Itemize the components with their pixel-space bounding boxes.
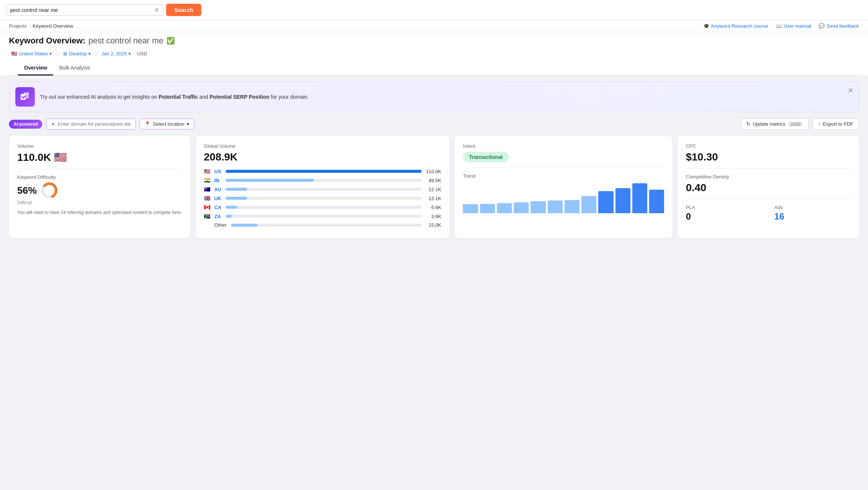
trend-bar (565, 200, 580, 213)
country-bar-bg (226, 215, 422, 218)
user-manual-link[interactable]: 📖 User manual (776, 23, 812, 29)
intent-trend-card: Intent Transactional Trend (455, 136, 672, 238)
keyword-course-label: Keyword Research course (711, 23, 768, 29)
intent-badge-wrap: Transactional (463, 152, 664, 162)
search-bar: ✕ Search (0, 0, 868, 20)
country-bar-bg (231, 224, 422, 227)
trend-bar (514, 202, 529, 213)
trend-label: Trend (463, 173, 664, 179)
kd-label: Keyword Difficulty (17, 174, 182, 180)
country-bar-bg (226, 206, 422, 209)
ai-banner-close-button[interactable]: ✕ (848, 87, 853, 94)
ads-value: 16 (774, 211, 851, 222)
user-manual-label: User manual (784, 23, 812, 29)
ai-banner-icon (15, 87, 35, 107)
location-filter[interactable]: 🇺🇸 United States ▾ (9, 49, 54, 58)
title-area: Keyword Overview: pest control near me ✅… (0, 32, 868, 76)
sparkle-icon: ✦ (51, 121, 55, 127)
search-button[interactable]: Search (166, 4, 201, 16)
search-input[interactable] (10, 7, 151, 13)
country-code: UK (214, 196, 223, 201)
header-row: Projects › Keyword Overview 🎓 Keyword Re… (0, 20, 868, 32)
trend-chart (463, 183, 664, 213)
country-bar-fill (226, 206, 237, 209)
intent-label: Intent (463, 143, 664, 149)
kd-note: You will need to have 24 referring domai… (17, 209, 182, 216)
ai-actions: ↻ Update metrics 0/250 ↑ Export to PDF (741, 118, 859, 130)
page-title-keyword: pest control near me (88, 36, 163, 46)
country-code: AU (214, 187, 223, 192)
export-pdf-button[interactable]: ↑ Export to PDF (813, 118, 859, 130)
intent-badge: Transactional (463, 152, 508, 162)
global-volume-value: 208.9K (204, 151, 441, 163)
trend-bar (581, 196, 596, 213)
tabs: Overview Bulk Analysis (9, 61, 859, 76)
country-flag: 🇬🇧 (204, 195, 211, 201)
trend-bar (463, 204, 478, 213)
country-value: 3.6K (425, 214, 441, 219)
location-select-button[interactable]: 📍 Select location ▾ (140, 119, 194, 129)
card-divider-4 (686, 199, 851, 199)
location-chevron-icon: ▾ (49, 51, 52, 56)
desktop-icon: 🖥 (62, 51, 67, 56)
export-icon: ↑ (818, 121, 821, 127)
country-bar-bg (226, 188, 422, 191)
clear-button[interactable]: ✕ (154, 7, 159, 13)
country-value: 15.0K (425, 222, 441, 228)
graduation-icon: 🎓 (703, 23, 709, 29)
filter-separator-2: | (95, 50, 97, 57)
country-flag: 🇨🇦 (204, 204, 211, 210)
keyword-course-link[interactable]: 🎓 Keyword Research course (703, 23, 768, 29)
card-divider-3 (686, 168, 851, 169)
location-filter-label: United States (19, 51, 48, 56)
cards-row: Volume 110.0K 🇺🇸 Keyword Difficulty 56% … (9, 136, 859, 238)
ai-toolbar: AI-powered ✦ 📍 Select location ▾ ↻ Updat… (9, 118, 859, 130)
kd-donut (40, 181, 58, 199)
volume-flag: 🇺🇸 (54, 151, 67, 163)
country-bar-fill (231, 224, 257, 227)
refresh-icon: ↻ (746, 121, 751, 127)
global-country-row: 🇬🇧 UK 12.1K (204, 195, 441, 201)
country-bar-fill (226, 170, 422, 173)
pla-label: PLA (686, 205, 762, 210)
verified-icon: ✅ (166, 37, 175, 45)
update-metrics-button[interactable]: ↻ Update metrics 0/250 (741, 118, 809, 130)
country-bar-bg (226, 179, 422, 182)
breadcrumb-current: Keyword Overview (33, 23, 73, 29)
country-code: IN (214, 178, 223, 183)
country-flag: 🇮🇳 (204, 177, 211, 183)
page-title: Keyword Overview: pest control near me ✅ (9, 36, 859, 46)
country-value: 12.1K (425, 196, 441, 201)
breadcrumb-parent[interactable]: Projects (9, 23, 27, 29)
global-countries-list: 🇺🇸 US 110.0K 🇮🇳 IN 49.5K 🇦🇺 AU 12.1K 🇬🇧 … (204, 168, 441, 228)
header-links: 🎓 Keyword Research course 📖 User manual … (703, 23, 859, 29)
domain-input[interactable] (58, 121, 131, 127)
comp-density-value: 0.40 (686, 182, 851, 194)
device-filter[interactable]: 🖥 Desktop ▾ (60, 49, 93, 58)
trend-bar (615, 188, 630, 213)
country-bar-fill (226, 179, 314, 182)
global-country-row: 🇿🇦 ZA 3.6K (204, 213, 441, 219)
global-country-row: 🇮🇳 IN 49.5K (204, 177, 441, 183)
country-value: 49.5K (425, 178, 441, 183)
card-divider-2 (463, 168, 664, 168)
us-flag-icon: 🇺🇸 (11, 51, 17, 56)
date-filter[interactable]: Jan 2, 2025 ▾ (99, 49, 133, 58)
country-bar-fill (226, 197, 247, 200)
global-country-row: Other 15.0K (204, 222, 441, 228)
country-bar-bg (226, 197, 422, 200)
device-filter-label: Desktop (69, 51, 87, 56)
trend-bar (598, 191, 613, 213)
page-title-prefix: Keyword Overview: (9, 36, 85, 46)
tab-bulk-analysis[interactable]: Bulk Analysis (53, 61, 96, 76)
pla-metric: PLA 0 (686, 205, 762, 222)
trend-bar (632, 183, 647, 213)
tab-overview[interactable]: Overview (18, 61, 53, 76)
country-bar-bg (226, 170, 422, 173)
country-flag: 🇿🇦 (204, 213, 211, 219)
trend-bar (480, 204, 495, 213)
cpc-card: CPC $10.30 Competitive Density 0.40 PLA … (678, 136, 859, 238)
kd-sub-label: Difficult (17, 200, 182, 205)
country-code: Other (214, 222, 228, 228)
send-feedback-link[interactable]: 💬 Send feedback (819, 23, 859, 29)
